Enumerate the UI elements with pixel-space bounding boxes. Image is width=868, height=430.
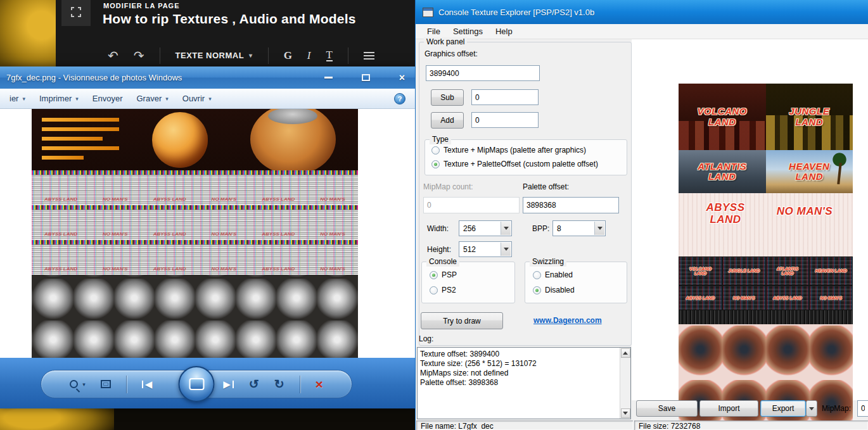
- import-button[interactable]: Import: [699, 400, 758, 417]
- radio-label: Texture + MipMaps (palette after graphic…: [444, 146, 586, 155]
- sub-amount-input[interactable]: [471, 89, 539, 105]
- log-text[interactable]: Texture offset: 3899400 Texture size: (2…: [420, 350, 616, 388]
- app-icon: [423, 8, 433, 17]
- menu-file[interactable]: ier ▾: [3, 91, 32, 106]
- previous-button[interactable]: ◀: [142, 379, 153, 389]
- menu-print[interactable]: Imprimer ▾: [32, 91, 86, 106]
- console-group-label: Console: [426, 257, 459, 267]
- dageron-link[interactable]: www.Dageron.com: [533, 316, 602, 325]
- menu-settings[interactable]: Settings: [447, 25, 489, 38]
- radio-psp[interactable]: PSP: [430, 270, 457, 279]
- next-bar-icon: [233, 381, 234, 388]
- menu-burn[interactable]: Graver ▾: [130, 91, 176, 106]
- italic-button[interactable]: I: [307, 49, 311, 62]
- minimize-icon[interactable]: [324, 77, 333, 79]
- mini-tile: ATLANTIS LAND: [766, 256, 810, 286]
- texture-explorer-window: Console Texture Explorer [PSP/PS2] v1.0b…: [415, 0, 868, 430]
- menu-burn-label: Graver: [137, 94, 162, 103]
- work-panel-group: Work panel Graphics offset: Sub Add Type…: [419, 42, 632, 346]
- slideshow-button[interactable]: [179, 366, 215, 402]
- mipmap-footer-input[interactable]: [857, 400, 868, 417]
- menu-send[interactable]: Envoyer: [86, 91, 130, 106]
- mipmap-footer-label: MipMap:: [822, 404, 851, 413]
- radio-texture-paletteoffset[interactable]: Texture + PaletteOffset (custom palette …: [431, 160, 598, 168]
- console-group: Console PSP PS2: [421, 262, 515, 303]
- page-title: How to rip Textures , Audio and Models: [103, 11, 356, 27]
- texture-explorer-titlebar[interactable]: Console Texture Explorer [PSP/PS2] v1.0b: [416, 0, 868, 24]
- rotate-left-button[interactable]: ↺: [249, 378, 259, 390]
- tile-label: HEAVEN LAND: [783, 161, 835, 182]
- zoom-button[interactable]: ▾: [70, 380, 86, 388]
- dropdown-button[interactable]: [594, 222, 604, 235]
- glitch-label: ABYSS LAND: [262, 231, 295, 237]
- photo-viewer-titlebar[interactable]: 7gfx_dec.png - Visionneuse de photos Win…: [0, 66, 415, 89]
- tile-label: ABYSS LAND: [771, 296, 804, 300]
- delete-button[interactable]: ×: [316, 377, 323, 391]
- glitch-label: NO MAN'S: [212, 266, 237, 272]
- fit-to-window-button[interactable]: [101, 380, 111, 388]
- scroll-up-button[interactable]: [621, 348, 630, 358]
- photo-canvas: ABYSS LAND NO MAN'S ABYSS LAND NO MAN'S …: [0, 109, 415, 358]
- mini-tile: ABYSS LAND: [766, 286, 810, 310]
- export-button[interactable]: Export: [760, 400, 806, 417]
- add-amount-input[interactable]: [471, 112, 539, 128]
- undo-icon[interactable]: ↶: [108, 49, 118, 62]
- try-to-draw-button[interactable]: Try to draw: [421, 312, 503, 329]
- texture-orange-sphere: [152, 112, 208, 168]
- maximize-icon[interactable]: [362, 74, 370, 81]
- menu-open[interactable]: Ouvrir ▾: [176, 91, 219, 106]
- chevron-down-icon: ▾: [22, 96, 25, 102]
- chevron-down-icon: ▾: [208, 96, 212, 102]
- radio-swizzling-disabled[interactable]: Disabled: [533, 286, 575, 294]
- scroll-down-button[interactable]: [621, 408, 630, 418]
- redo-icon[interactable]: ↷: [134, 49, 144, 62]
- mini-tile: NO MAN'S: [809, 286, 853, 310]
- bold-button[interactable]: G: [284, 49, 292, 62]
- tile-label: NO MAN'S: [774, 206, 835, 218]
- graphics-offset-input[interactable]: [426, 65, 540, 81]
- toolbar-divider: [348, 47, 348, 64]
- chevron-down-icon: [504, 227, 509, 230]
- photo-viewer-menubar: ier ▾ Imprimer ▾ Envoyer Graver ▾ Ouvrir…: [0, 89, 415, 109]
- menu-file[interactable]: File: [421, 25, 447, 38]
- radio-ps2[interactable]: PS2: [430, 286, 456, 294]
- chevron-down-icon: [504, 248, 509, 251]
- underline-button[interactable]: T: [326, 49, 333, 62]
- tile-label: VOLCANO LAND: [696, 106, 748, 127]
- expand-button[interactable]: [61, 0, 91, 26]
- tile-jungle-land: JUNGLE LAND: [766, 84, 853, 150]
- width-select[interactable]: 256: [459, 220, 512, 236]
- log-scrollbar[interactable]: [620, 348, 630, 419]
- glitch-label: NO MAN'S: [320, 231, 345, 237]
- help-button[interactable]: ?: [394, 93, 405, 104]
- radio-label: PS2: [442, 286, 456, 294]
- texture-strip-planets: [32, 109, 358, 170]
- log-label: Log:: [419, 334, 433, 343]
- next-button[interactable]: ▶: [223, 379, 234, 389]
- bpp-select[interactable]: 8: [552, 220, 606, 236]
- texture-glitch-row: ABYSS LAND NO MAN'S ABYSS LAND NO MAN'S …: [32, 170, 358, 205]
- save-button[interactable]: Save: [636, 400, 698, 417]
- radio-swizzling-enabled[interactable]: Enabled: [533, 270, 573, 279]
- glitch-label: ABYSS LAND: [262, 266, 295, 272]
- height-select[interactable]: 512: [459, 241, 512, 257]
- list-icon[interactable]: [364, 50, 374, 61]
- sub-button[interactable]: Sub: [431, 89, 464, 106]
- menu-file-label: ier: [10, 94, 18, 103]
- radio-texture-mipmaps[interactable]: Texture + MipMaps (palette after graphic…: [431, 146, 586, 155]
- dropdown-button[interactable]: [501, 222, 511, 235]
- type-group-label: Type: [430, 135, 451, 144]
- photo-viewer-window: 7gfx_dec.png - Visionneuse de photos Win…: [0, 66, 415, 408]
- add-button[interactable]: Add: [431, 112, 464, 129]
- rotate-right-button[interactable]: ↻: [274, 378, 284, 390]
- text-style-selector[interactable]: TEXTE NORMAL ▾: [176, 51, 253, 60]
- export-dropdown-button[interactable]: [806, 400, 817, 417]
- dropdown-button[interactable]: [501, 243, 511, 256]
- menu-print-label: Imprimer: [39, 94, 72, 103]
- menu-help[interactable]: Help: [489, 25, 519, 38]
- glitch-labels: ABYSS LAND NO MAN'S ABYSS LAND NO MAN'S …: [32, 231, 358, 237]
- photo-viewer-controls-bar: ▾ ◀ ▶ ↺ ↻ ×: [0, 358, 415, 408]
- photo-image: ABYSS LAND NO MAN'S ABYSS LAND NO MAN'S …: [32, 109, 358, 358]
- palette-offset-input[interactable]: [523, 197, 619, 213]
- close-icon[interactable]: ×: [399, 73, 405, 83]
